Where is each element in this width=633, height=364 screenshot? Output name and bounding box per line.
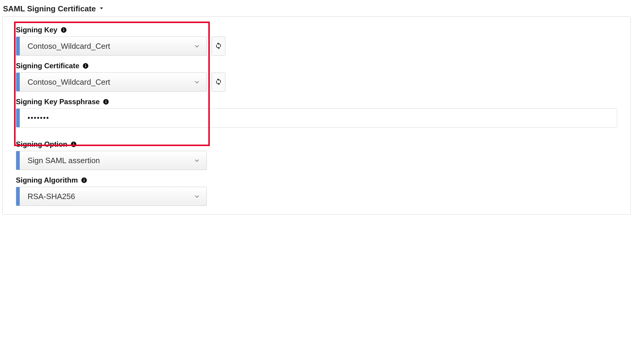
blue-indicator-bar bbox=[16, 187, 20, 206]
signing-key-refresh-button[interactable] bbox=[212, 37, 225, 56]
signing-key-passphrase-label: Signing Key Passphrase bbox=[16, 98, 100, 106]
info-icon[interactable] bbox=[70, 141, 77, 148]
info-icon[interactable] bbox=[103, 98, 109, 105]
blue-indicator-bar bbox=[16, 151, 20, 170]
signing-certificate-label: Signing Certificate bbox=[16, 62, 79, 70]
section-header[interactable]: SAML Signing Certificate bbox=[2, 2, 631, 16]
chevron-down-icon bbox=[194, 193, 207, 199]
signing-algorithm-value: RSA-SHA256 bbox=[20, 192, 194, 201]
field-signing-certificate: Signing Certificate Contoso_Wildcard_Cer… bbox=[16, 62, 617, 92]
info-icon[interactable] bbox=[60, 27, 67, 33]
section-title: SAML Signing Certificate bbox=[3, 4, 96, 13]
blue-indicator-bar bbox=[16, 73, 20, 91]
signing-algorithm-label: Signing Algorithm bbox=[16, 176, 78, 184]
signing-certificate-refresh-button[interactable] bbox=[212, 72, 225, 92]
info-icon[interactable] bbox=[81, 177, 87, 183]
signing-option-value: Sign SAML assertion bbox=[20, 156, 194, 165]
blue-indicator-bar bbox=[16, 37, 20, 55]
field-signing-option: Signing Option Sign SAML assertion bbox=[16, 140, 617, 170]
blue-indicator-bar bbox=[16, 109, 20, 127]
signing-algorithm-select[interactable]: RSA-SHA256 bbox=[16, 187, 207, 206]
signing-key-label: Signing Key bbox=[16, 26, 57, 34]
chevron-down-icon bbox=[194, 43, 207, 49]
signing-key-passphrase-input-wrapper bbox=[16, 108, 617, 128]
field-signing-algorithm: Signing Algorithm RSA-SHA256 bbox=[16, 176, 617, 206]
signing-certificate-select[interactable]: Contoso_Wildcard_Cert bbox=[16, 72, 207, 92]
signing-option-label: Signing Option bbox=[16, 140, 67, 148]
field-signing-key-passphrase: Signing Key Passphrase bbox=[16, 98, 617, 128]
caret-down-icon bbox=[99, 6, 104, 12]
info-icon[interactable] bbox=[82, 63, 89, 69]
chevron-down-icon bbox=[194, 79, 207, 85]
saml-signing-panel: Signing Key Contoso_Wildcard_Cert Sign bbox=[2, 16, 631, 215]
signing-key-value: Contoso_Wildcard_Cert bbox=[20, 42, 194, 51]
signing-key-passphrase-input[interactable] bbox=[20, 114, 617, 122]
field-signing-key: Signing Key Contoso_Wildcard_Cert bbox=[16, 26, 617, 56]
signing-certificate-value: Contoso_Wildcard_Cert bbox=[20, 78, 194, 87]
chevron-down-icon bbox=[194, 157, 207, 163]
refresh-icon bbox=[215, 78, 222, 86]
signing-key-select[interactable]: Contoso_Wildcard_Cert bbox=[16, 37, 207, 56]
refresh-icon bbox=[215, 42, 222, 50]
signing-option-select[interactable]: Sign SAML assertion bbox=[16, 151, 207, 170]
